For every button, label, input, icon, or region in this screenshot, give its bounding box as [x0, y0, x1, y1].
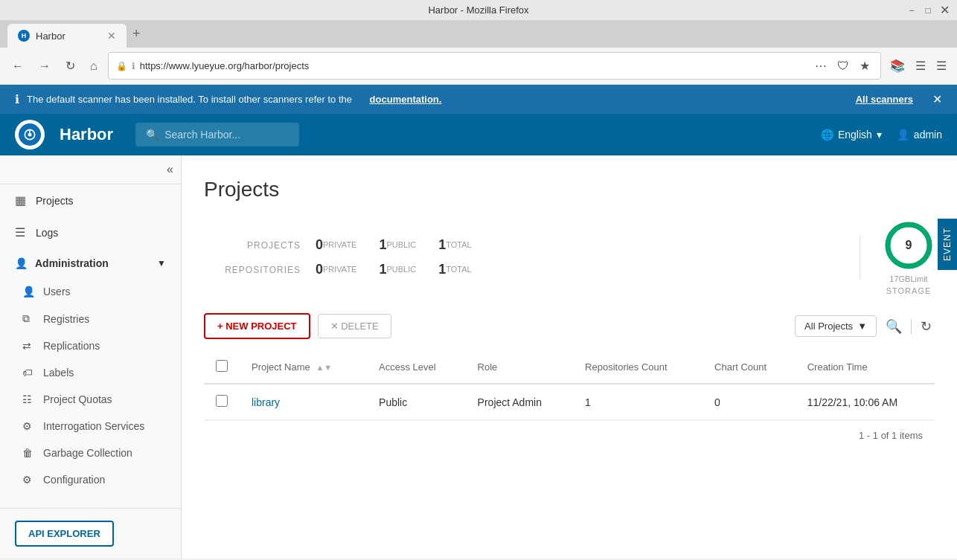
logs-icon: ☰ — [15, 225, 28, 239]
filter-label: All Projects — [804, 321, 853, 332]
security-icon: 🔒 — [116, 61, 127, 71]
more-options-icon[interactable]: ⋯ — [812, 56, 830, 76]
language-label: English — [838, 129, 872, 141]
row-checkbox[interactable] — [216, 395, 228, 407]
tab-close-button[interactable]: ✕ — [107, 30, 116, 42]
sidebar: « ▦ Projects ☰ Logs 👤 Administration ▼ 👤 — [0, 155, 182, 559]
projects-total-value: 1TOTAL — [438, 237, 471, 253]
language-selector[interactable]: 🌐 English ▾ — [821, 129, 882, 141]
sidebar-section-administration[interactable]: 👤 Administration ▼ 👤 Users ⧉ Registries … — [0, 248, 181, 493]
user-menu[interactable]: 👤 admin — [897, 129, 942, 141]
interrogation-services-label: Interrogation Services — [43, 420, 144, 432]
sidebar-administration-label: Administration — [35, 257, 109, 269]
sidebar-collapse-button[interactable]: « — [167, 163, 173, 176]
address-bar[interactable]: 🔒 ℹ https://www.lyueyue.org/harbor/proje… — [108, 52, 881, 80]
refresh-button[interactable]: ↻ — [918, 315, 935, 338]
col-chart-count: Chart Count — [702, 351, 796, 384]
notification-bar: ℹ The default scanner has been installed… — [0, 85, 957, 114]
sidebar-item-projects[interactable]: ▦ Projects — [0, 184, 181, 216]
projects-icon: ▦ — [15, 193, 28, 207]
close-button[interactable]: ✕ — [939, 5, 950, 16]
administration-icon: 👤 — [15, 257, 28, 269]
select-all-checkbox[interactable] — [216, 360, 228, 372]
filter-dropdown[interactable]: All Projects ▼ — [795, 315, 877, 337]
pagination-info: 1 - 1 of 1 items — [204, 420, 935, 450]
storage-number: 9 — [906, 239, 912, 251]
back-button[interactable]: ← — [7, 57, 28, 76]
forward-button[interactable]: → — [34, 57, 55, 76]
menu-icon[interactable]: ☰ — [933, 56, 950, 76]
harbor-logo-inner — [19, 123, 41, 146]
project-link[interactable]: library — [252, 396, 280, 408]
interrogation-icon: ⚙ — [22, 420, 36, 432]
sidebar-item-project-quotas[interactable]: ☷ Project Quotas — [7, 386, 181, 413]
repos-total-num: 1 — [438, 262, 446, 277]
sidebar-item-garbage-collection[interactable]: 🗑 Garbage Collection — [7, 440, 181, 466]
repos-total-value: 1TOTAL — [438, 262, 471, 277]
stats-section: PROJECTS 0PRIVATE 1PUBLIC 1TOTAL — [204, 237, 837, 277]
app-title: Harbor — [60, 125, 113, 144]
repos-public-num: 1 — [379, 262, 386, 277]
chevron-down-icon: ▼ — [857, 321, 867, 332]
sidebar-header: « — [0, 155, 181, 184]
storage-label: STORAGE — [886, 286, 932, 295]
repos-count-cell: 1 — [573, 384, 702, 420]
notification-text: The default scanner has been installed. … — [27, 94, 352, 105]
toolbar-right-controls: All Projects ▼ 🔍 ↻ — [795, 315, 935, 338]
sidebar-item-interrogation-services[interactable]: ⚙ Interrogation Services — [7, 413, 181, 440]
sidebar-footer: API EXPLORER — [0, 508, 181, 559]
search-button[interactable]: 🔍 — [883, 315, 905, 338]
sidebar-item-labels[interactable]: 🏷 Labels — [7, 359, 181, 386]
storage-section: 9 17GBLimit STORAGE — [883, 219, 935, 295]
replications-icon: ⇄ — [22, 340, 36, 352]
projects-stat-label: PROJECTS — [204, 240, 301, 251]
table-row: library Public Project Admin 1 0 11/22/2… — [204, 384, 935, 420]
sort-icon[interactable]: ▲▼ — [316, 363, 332, 372]
app-header: Harbor 🔍 🌐 English ▾ 👤 admin — [0, 114, 957, 155]
donut-center: 9 — [906, 239, 912, 252]
sidebar-item-configuration[interactable]: ⚙ Configuration — [7, 466, 181, 493]
documentation-link[interactable]: documentation. — [370, 94, 442, 105]
projects-private-value: 0PRIVATE — [316, 237, 356, 253]
sidebar-item-replications[interactable]: ⇄ Replications — [7, 332, 181, 359]
sidebar-administration-header[interactable]: 👤 Administration ▼ — [0, 248, 181, 278]
browser-toolbar: ← → ↻ ⌂ 🔒 ℹ https://www.lyueyue.org/harb… — [0, 48, 957, 85]
registries-label: Registries — [43, 313, 89, 325]
browser-title: Harbor - Mozilla Firefox — [428, 4, 528, 16]
new-project-button[interactable]: + NEW PROJECT — [204, 313, 310, 339]
delete-button[interactable]: ✕ DELETE — [318, 314, 391, 338]
minimize-button[interactable]: − — [906, 5, 917, 16]
all-scanners-link[interactable]: All scanners — [856, 94, 913, 105]
event-banner[interactable]: EVENT — [938, 219, 957, 270]
notification-close-button[interactable]: ✕ — [932, 92, 942, 106]
reading-list-icon[interactable]: 📚 — [887, 56, 908, 76]
project-name-cell: library — [240, 384, 367, 420]
search-input[interactable] — [164, 129, 289, 141]
stat-divider — [860, 235, 860, 280]
shield-icon[interactable]: 🛡 — [834, 57, 852, 76]
reload-button[interactable]: ↻ — [61, 56, 80, 76]
search-bar[interactable]: 🔍 — [135, 123, 299, 147]
projects-private-type: PRIVATE — [323, 240, 356, 249]
sidebar-item-registries[interactable]: ⧉ Registries — [7, 305, 181, 332]
repos-private-num: 0 — [316, 262, 323, 277]
harbor-logo — [15, 120, 45, 149]
home-button[interactable]: ⌂ — [86, 57, 102, 76]
storage-sublabel: 17GBLimit — [889, 274, 927, 283]
projects-stat-values: 0PRIVATE 1PUBLIC 1TOTAL — [316, 237, 472, 253]
sidebar-item-users[interactable]: 👤 Users — [7, 278, 181, 305]
sidebar-logs-label: Logs — [36, 227, 58, 239]
new-tab-button[interactable]: + — [127, 20, 147, 48]
projects-public-type: PUBLIC — [386, 240, 416, 249]
maximize-button[interactable]: □ — [923, 5, 933, 16]
select-all-col — [204, 351, 240, 384]
svg-point-1 — [28, 133, 32, 137]
bookmark-icon[interactable]: ★ — [857, 56, 873, 76]
sidebar-item-logs[interactable]: ☰ Logs — [0, 216, 181, 248]
api-explorer-button[interactable]: API EXPLORER — [15, 521, 114, 547]
row-checkbox-cell — [204, 384, 240, 420]
table-toolbar: + NEW PROJECT ✕ DELETE All Projects ▼ 🔍 … — [204, 313, 935, 339]
active-tab[interactable]: H Harbor ✕ — [7, 24, 127, 48]
chevron-down-icon: ▾ — [877, 129, 882, 141]
sidebar-toggle-icon[interactable]: ☰ — [912, 56, 929, 76]
